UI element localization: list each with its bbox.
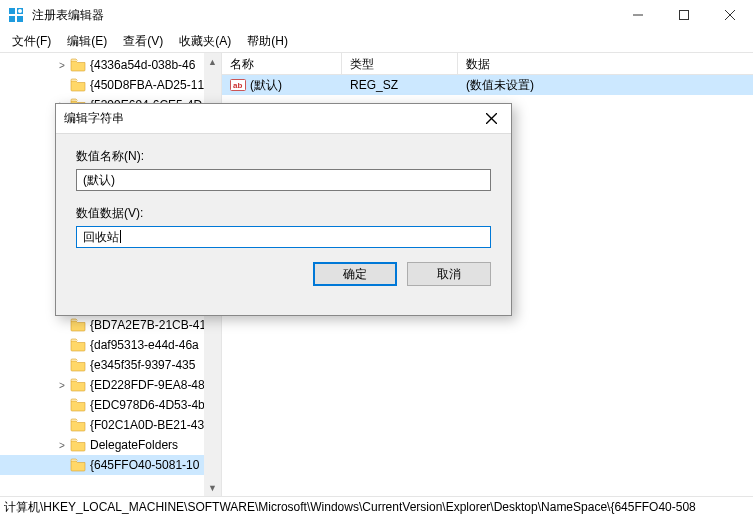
folder-icon	[70, 78, 86, 92]
dialog-buttons: 确定 取消	[56, 248, 511, 286]
menu-view[interactable]: 查看(V)	[115, 31, 171, 52]
svg-point-4	[18, 9, 22, 13]
tree-item-label: DelegateFolders	[90, 438, 178, 452]
tree-item-label: {daf95313-e44d-46a	[90, 338, 199, 352]
status-bar: 计算机\HKEY_LOCAL_MACHINE\SOFTWARE\Microsof…	[0, 496, 753, 517]
cell-name-text: (默认)	[250, 77, 282, 94]
scroll-up-icon[interactable]: ▲	[204, 53, 221, 70]
tree-item[interactable]: {EDC978D6-4D53-4b	[0, 395, 221, 415]
tree-item-label: {ED228FDF-9EA8-48	[90, 378, 205, 392]
svg-text:ab: ab	[233, 81, 242, 90]
window-title: 注册表编辑器	[32, 7, 615, 24]
cell-type: REG_SZ	[342, 78, 458, 92]
tree-item[interactable]: {daf95313-e44d-46a	[0, 335, 221, 355]
tree-item[interactable]: {F02C1A0D-BE21-43	[0, 415, 221, 435]
svg-rect-3	[17, 16, 23, 22]
tree-toggle-icon[interactable]: >	[56, 380, 68, 391]
tree-item[interactable]: >DelegateFolders	[0, 435, 221, 455]
folder-icon	[70, 338, 86, 352]
close-button[interactable]	[707, 0, 753, 30]
cell-data: (数值未设置)	[458, 77, 753, 94]
cell-name: ab (默认)	[222, 77, 342, 94]
dialog-title: 编辑字符串	[64, 110, 471, 127]
folder-icon	[70, 378, 86, 392]
list-row[interactable]: ab (默认) REG_SZ (数值未设置)	[222, 75, 753, 95]
col-name[interactable]: 名称	[222, 53, 342, 74]
value-data-text: 回收站	[83, 230, 121, 244]
list-header: 名称 类型 数据	[222, 53, 753, 75]
dialog-titlebar[interactable]: 编辑字符串	[56, 104, 511, 134]
dialog-close-button[interactable]	[471, 104, 511, 133]
menu-edit[interactable]: 编辑(E)	[59, 31, 115, 52]
menu-favorites[interactable]: 收藏夹(A)	[171, 31, 239, 52]
folder-icon	[70, 438, 86, 452]
window-controls	[615, 0, 753, 30]
cancel-button[interactable]: 取消	[407, 262, 491, 286]
folder-icon	[70, 58, 86, 72]
tree-item-label: {EDC978D6-4D53-4b	[90, 398, 205, 412]
col-type[interactable]: 类型	[342, 53, 458, 74]
value-data-label: 数值数据(V):	[76, 205, 491, 222]
tree-item[interactable]: {645FFO40-5081-10	[0, 455, 221, 475]
folder-icon	[70, 458, 86, 472]
tree-toggle-icon[interactable]: >	[56, 440, 68, 451]
menu-bar: 文件(F) 编辑(E) 查看(V) 收藏夹(A) 帮助(H)	[0, 30, 753, 52]
folder-icon	[70, 358, 86, 372]
edit-string-dialog: 编辑字符串 数值名称(N): (默认) 数值数据(V): 回收站 确定 取消	[55, 103, 512, 316]
regedit-icon	[8, 7, 24, 23]
tree-item-label: {450D8FBA-AD25-11	[90, 78, 204, 92]
svg-rect-6	[680, 11, 689, 20]
tree-item-label: {BD7A2E7B-21CB-41	[90, 318, 206, 332]
value-name-label: 数值名称(N):	[76, 148, 491, 165]
value-name-input[interactable]: (默认)	[76, 169, 491, 191]
menu-file[interactable]: 文件(F)	[4, 31, 59, 52]
tree-item[interactable]: {BD7A2E7B-21CB-41	[0, 315, 221, 335]
maximize-button[interactable]	[661, 0, 707, 30]
folder-icon	[70, 398, 86, 412]
menu-help[interactable]: 帮助(H)	[239, 31, 296, 52]
minimize-button[interactable]	[615, 0, 661, 30]
tree-item[interactable]: >{ED228FDF-9EA8-48	[0, 375, 221, 395]
tree-item-label: {645FFO40-5081-10	[90, 458, 199, 472]
scroll-down-icon[interactable]: ▼	[204, 479, 221, 496]
tree-item[interactable]: {450D8FBA-AD25-11	[0, 75, 221, 95]
tree-item[interactable]: >{4336a54d-038b-46	[0, 55, 221, 75]
tree-item-label: {e345f35f-9397-435	[90, 358, 195, 372]
string-value-icon: ab	[230, 77, 246, 93]
folder-icon	[70, 418, 86, 432]
value-data-input[interactable]: 回收站	[76, 226, 491, 248]
tree-item-label: {4336a54d-038b-46	[90, 58, 195, 72]
tree-item-label: {F02C1A0D-BE21-43	[90, 418, 204, 432]
dialog-body: 数值名称(N): (默认) 数值数据(V): 回收站	[56, 134, 511, 248]
window-titlebar: 注册表编辑器	[0, 0, 753, 30]
ok-button[interactable]: 确定	[313, 262, 397, 286]
col-data[interactable]: 数据	[458, 53, 753, 74]
tree-toggle-icon[interactable]: >	[56, 60, 68, 71]
folder-icon	[70, 318, 86, 332]
svg-rect-2	[9, 16, 15, 22]
tree-item[interactable]: {e345f35f-9397-435	[0, 355, 221, 375]
svg-rect-0	[9, 8, 15, 14]
status-path: 计算机\HKEY_LOCAL_MACHINE\SOFTWARE\Microsof…	[4, 499, 696, 516]
